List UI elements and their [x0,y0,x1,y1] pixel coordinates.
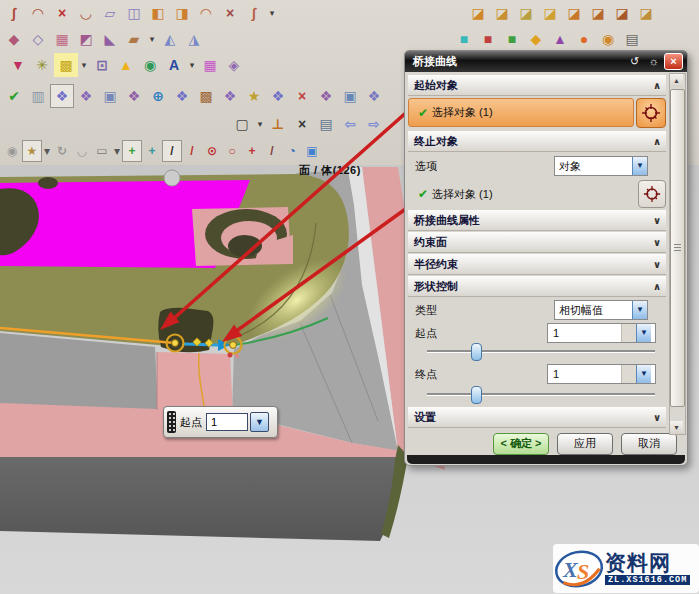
section-start-object[interactable]: 起始对象 ∧ [408,75,666,96]
chevron-down-icon[interactable]: ▼ [632,301,647,319]
section-end-object[interactable]: 终止对象 ∧ [408,131,666,152]
end-spinner[interactable]: 1 ▼ [547,364,656,384]
form-6-icon[interactable]: ❖ [170,84,194,108]
snap-circle-icon[interactable]: ○ [222,139,242,163]
undo-icon[interactable]: ⇦ [338,112,362,136]
pan-view-icon[interactable]: ◡ [72,139,92,163]
lattice-surface-icon[interactable]: ▦ [50,27,74,51]
end-slider-thumb[interactable] [471,386,482,404]
select-end-button[interactable] [638,180,666,208]
instance-feature-icon[interactable]: ▼ [6,53,30,77]
datum-abs-icon[interactable]: ⊥ [266,112,290,136]
patch-surface-icon[interactable]: ▰ [122,27,146,51]
box-feature-icon[interactable]: ▩ [54,53,78,77]
ok-button[interactable]: < 确定 > [493,433,549,455]
box3d-feature-icon[interactable]: ◈ [222,53,246,77]
wcs-toggle-icon[interactable]: × [290,112,314,136]
snap-center-icon[interactable]: ⊙ [202,139,222,163]
text-more-icon[interactable]: ▾ [186,53,198,77]
form-11-icon[interactable]: × [290,84,314,108]
cancel-button[interactable]: 取消 [621,433,677,455]
bridge-curve-icon[interactable]: ∫ [2,1,26,25]
select-start-button[interactable] [636,98,666,128]
sheet-edit-icon[interactable]: ▱ [98,1,122,25]
law-curve-icon[interactable]: ◠ [194,1,218,25]
sphere-color-icon[interactable]: ◉ [138,53,162,77]
close-icon[interactable]: × [664,53,683,70]
smooth-curve-icon[interactable]: ∫ [242,1,266,25]
information-icon[interactable]: ▤ [314,112,338,136]
grid-feature-icon[interactable]: ▦ [198,53,222,77]
drag-handle[interactable] [167,411,176,433]
form-7-icon[interactable]: ▩ [194,84,218,108]
section-settings[interactable]: 设置 ∨ [408,407,666,428]
trim-curve-icon[interactable]: × [50,1,74,25]
display-mode-icon[interactable]: ▢ [230,112,254,136]
end-slider[interactable] [427,387,655,401]
spline-delete-icon[interactable]: × [218,1,242,25]
refresh-view-icon[interactable]: ↻ [52,139,72,163]
form-3-icon[interactable]: ▣ [98,84,122,108]
start-slider-thumb[interactable] [471,343,482,361]
scrollbar-thumb[interactable] [670,89,685,407]
cube-draft-icon[interactable]: ◪ [490,1,514,25]
redo-icon[interactable]: ⇨ [362,112,386,136]
pad-solid-icon[interactable]: ◆ [524,27,548,51]
section-bridge-properties[interactable]: 桥接曲线属性 ∨ [408,210,666,231]
form-14-icon[interactable]: ❖ [362,84,386,108]
snap-endpoint-icon[interactable]: / [162,140,182,162]
snap-quadrant-icon[interactable]: ◔ [282,139,302,163]
form-5-icon[interactable]: ⊕ [146,84,170,108]
form-8-icon[interactable]: ❖ [218,84,242,108]
offset-sheet-icon[interactable]: ◮ [182,27,206,51]
star-nav-icon[interactable]: ★ [22,140,42,162]
snap-face-icon[interactable]: ▣ [302,139,322,163]
orbit-icon[interactable]: ◉ [2,139,22,163]
select-rect-icon[interactable]: ▭ [92,139,112,163]
form-1-icon[interactable]: ❖ [50,84,74,108]
cube-delete-icon[interactable]: ◪ [610,1,634,25]
spinner-arrow-icon[interactable]: ▼ [636,365,651,383]
cube-edit-icon[interactable]: ◪ [562,1,586,25]
swept-surface-icon[interactable]: ◆ [2,27,26,51]
select-start-object-row[interactable]: ✔ 选择对象 (1) [408,97,666,128]
select-more-icon[interactable]: ▾ [112,139,122,163]
pocket-solid-icon[interactable]: ■ [500,27,524,51]
trim-sheet-icon[interactable]: ◭ [158,27,182,51]
gear-icon[interactable]: ☼ [645,54,662,69]
dialog-titlebar[interactable]: 桥接曲线 ↺ ☼ × [405,51,687,72]
cone-solid-icon[interactable]: ▲ [548,27,572,51]
type-combo[interactable]: 相切幅值 ▼ [554,300,648,320]
snap-point-icon[interactable]: + [142,139,162,163]
box-more-icon[interactable]: ▾ [78,53,90,77]
curve-more-icon[interactable]: ▾ [266,1,278,25]
block-solid-icon[interactable]: ■ [452,27,476,51]
ruled-surface-icon[interactable]: ◇ [26,27,50,51]
dialog-scrollbar[interactable]: ▲ ▼ [669,73,686,435]
fold-surface-icon[interactable]: ◩ [74,27,98,51]
display-more-icon[interactable]: ▾ [254,112,266,136]
form-9-icon[interactable]: ★ [242,84,266,108]
section-radius-constraint[interactable]: 半径约束 ∨ [408,254,666,275]
enlarge-left-icon[interactable]: ◧ [146,1,170,25]
gear-feature-icon[interactable]: ✳ [30,53,54,77]
form-13-icon[interactable]: ▣ [338,84,362,108]
mini-dropdown-button[interactable]: ▼ [250,412,269,432]
boss-solid-icon[interactable]: ■ [476,27,500,51]
cube-copy-icon[interactable]: ◪ [634,1,658,25]
hole-solid-icon[interactable]: ◉ [596,27,620,51]
section-shape-control[interactable]: 形状控制 ∧ [408,276,666,297]
print-icon[interactable]: ▤ [620,27,644,51]
chevron-down-icon[interactable]: ▼ [632,157,647,175]
snap-midpoint-icon[interactable]: / [182,139,202,163]
cube-cone-icon[interactable]: ◪ [538,1,562,25]
form-2-icon[interactable]: ❖ [74,84,98,108]
ok-check-icon[interactable]: ✔ [2,84,26,108]
star-more-icon[interactable]: ▾ [42,139,52,163]
spinner-arrow-icon[interactable]: ▼ [636,324,651,342]
surface-more-icon[interactable]: ▾ [146,27,158,51]
enlarge-right-icon[interactable]: ◨ [170,1,194,25]
option-combo[interactable]: 对象 ▼ [554,156,648,176]
sphere-solid-icon[interactable]: ● [572,27,596,51]
join-curve-icon[interactable]: ◠ [26,1,50,25]
